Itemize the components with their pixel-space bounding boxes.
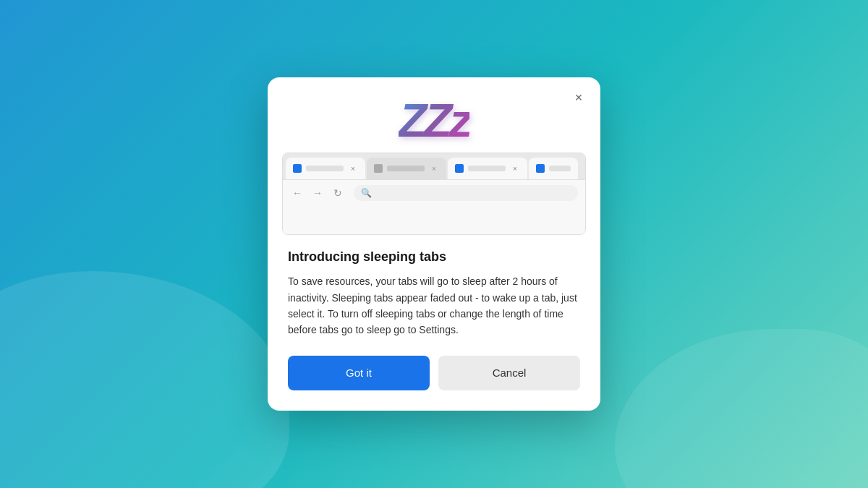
tab-bar-1 xyxy=(306,166,344,171)
tab-bar-4 xyxy=(549,166,571,171)
browser-tabs: × × × xyxy=(283,153,585,179)
dialog-title: Introducing sleeping tabs xyxy=(288,249,580,265)
tab-favicon-2 xyxy=(374,164,383,173)
browser-tab-4[interactable] xyxy=(529,158,578,179)
tab-favicon-1 xyxy=(293,164,302,173)
browser-toolbar: ← → ↻ 🔍 xyxy=(283,179,585,205)
browser-tab-3[interactable]: × xyxy=(448,158,527,179)
dialog-body: To save resources, your tabs will go to … xyxy=(288,273,580,338)
zzz-icon: ZZz xyxy=(399,98,469,144)
browser-tab-1[interactable]: × xyxy=(286,158,365,179)
tab-favicon-4 xyxy=(536,164,545,173)
tab-favicon-3 xyxy=(455,164,464,173)
browser-content xyxy=(283,205,585,234)
dialog-actions: Got it Cancel xyxy=(268,356,600,390)
address-bar[interactable]: 🔍 xyxy=(354,185,578,201)
cancel-button[interactable]: Cancel xyxy=(438,356,580,390)
tab-close-1[interactable]: × xyxy=(348,163,358,174)
tab-bar-2 xyxy=(387,166,425,171)
close-button[interactable]: × xyxy=(569,87,589,108)
browser-tab-2[interactable]: × xyxy=(367,158,446,179)
browser-mockup: × × × xyxy=(282,153,586,235)
modal-overlay: × ZZz × × xyxy=(0,0,868,488)
back-button[interactable]: ← xyxy=(290,187,305,199)
refresh-button[interactable]: ↻ xyxy=(331,187,345,199)
zzz-icon-area: ZZz xyxy=(268,77,600,153)
dialog: × ZZz × × xyxy=(268,77,600,411)
dialog-content: Introducing sleeping tabs To save resour… xyxy=(268,249,600,338)
search-icon: 🔍 xyxy=(361,188,372,198)
tab-close-3[interactable]: × xyxy=(510,163,520,174)
got-it-button[interactable]: Got it xyxy=(288,356,430,390)
tab-close-2[interactable]: × xyxy=(429,163,439,174)
forward-button[interactable]: → xyxy=(310,187,325,199)
tab-bar-3 xyxy=(468,166,506,171)
